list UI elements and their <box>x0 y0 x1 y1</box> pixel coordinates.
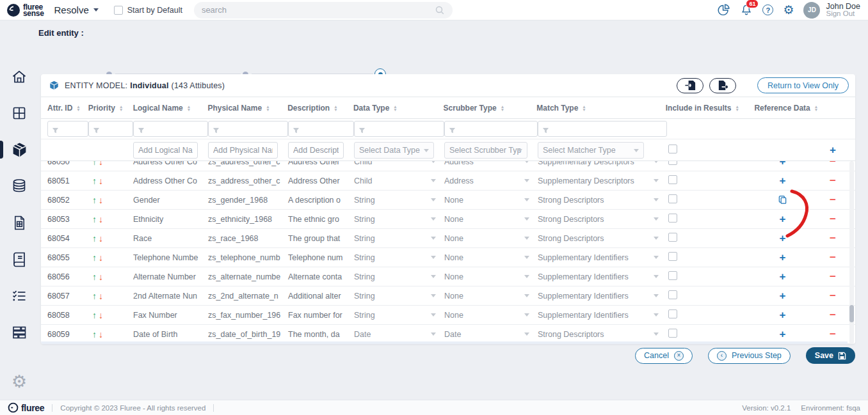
column-header-logical-name[interactable]: Logical Name <box>129 104 204 113</box>
sidebar-item-checklist[interactable] <box>0 278 38 313</box>
add-include-in-results-checkbox[interactable] <box>668 145 677 153</box>
physical-name-cell[interactable]: zs_race_1968 <box>204 234 284 243</box>
sidebar-item-book[interactable] <box>0 242 38 277</box>
physical-name-cell[interactable]: zs_ethnicity_1968 <box>204 215 284 224</box>
add-reference-data-button[interactable]: + <box>780 309 786 322</box>
physical-name-cell[interactable]: zs_date_of_birth_19 <box>204 330 284 339</box>
sort-icon[interactable] <box>501 105 504 111</box>
sidebar-item-grid[interactable] <box>0 95 38 130</box>
include-in-results-checkbox[interactable] <box>668 252 677 261</box>
sort-icon[interactable] <box>814 105 818 111</box>
help-icon[interactable] <box>762 4 773 15</box>
sort-icon[interactable] <box>76 105 80 111</box>
previous-step-button[interactable]: ‹ Previous Step <box>708 348 791 364</box>
match-type-dropdown[interactable]: Supplementary Descriptors <box>538 161 663 166</box>
data-type-dropdown[interactable]: String <box>354 215 440 224</box>
physical-name-cell[interactable]: zs_2nd_alternate_n <box>204 292 284 301</box>
add-reference-data-button[interactable]: + <box>780 270 786 283</box>
sort-icon[interactable] <box>393 105 397 111</box>
include-in-results-checkbox[interactable] <box>668 175 677 184</box>
fluree-sense-logo[interactable]: fluree sense <box>6 3 44 17</box>
add-physical-name-input[interactable] <box>208 142 278 159</box>
column-header-match-type[interactable]: Match Type <box>533 104 662 113</box>
column-header-priority[interactable]: Priority <box>84 104 129 113</box>
description-cell[interactable]: Telephone num <box>284 253 350 262</box>
priority-down-icon[interactable]: ↓ <box>99 272 103 282</box>
start-by-default-checkbox[interactable] <box>114 6 123 15</box>
remove-attribute-button[interactable]: − <box>830 213 836 226</box>
sidebar-item-rows[interactable] <box>0 315 38 350</box>
priority-down-icon[interactable]: ↓ <box>99 195 103 205</box>
sort-icon[interactable] <box>266 105 269 111</box>
data-type-dropdown[interactable]: String <box>354 253 440 262</box>
add-reference-data-button[interactable]: + <box>780 161 786 168</box>
logical-name-cell[interactable]: Date of Birth <box>129 330 204 339</box>
horizontal-scrollbar[interactable] <box>41 341 848 344</box>
include-in-results-checkbox[interactable] <box>668 161 677 165</box>
sort-icon[interactable] <box>187 105 191 111</box>
column-header-scrubber-type[interactable]: Scrubber Type <box>440 104 533 113</box>
data-type-dropdown[interactable]: Child <box>354 176 440 185</box>
include-in-results-checkbox[interactable] <box>668 271 677 280</box>
column-header-physical-name[interactable]: Physical Name <box>204 104 284 113</box>
add-description-input[interactable] <box>288 142 344 159</box>
select-matcher-type-dropdown[interactable]: Select Matcher Type <box>538 142 644 159</box>
physical-name-cell[interactable]: zs_gender_1968 <box>204 196 284 205</box>
match-type-dropdown[interactable]: Supplementary Identifiers <box>538 253 663 262</box>
vertical-scrollbar[interactable] <box>849 161 854 344</box>
add-reference-data-button[interactable]: + <box>780 175 786 187</box>
save-button[interactable]: Save <box>806 347 855 364</box>
scrubber-type-dropdown[interactable]: Date <box>444 330 534 339</box>
copy-reference-data-icon[interactable] <box>778 195 787 205</box>
sort-icon[interactable] <box>735 105 739 111</box>
scrubber-type-dropdown[interactable]: None <box>444 215 534 224</box>
logical-name-cell[interactable]: 2nd Alternate Nun <box>129 292 204 301</box>
remove-attribute-button[interactable]: − <box>830 194 836 207</box>
filter-priority-input[interactable] <box>88 121 133 137</box>
priority-up-icon[interactable]: ↑ <box>92 253 97 263</box>
description-cell[interactable]: Address Other <box>284 161 350 166</box>
priority-up-icon[interactable]: ↑ <box>92 161 97 167</box>
sign-out-link[interactable]: Sign Out <box>826 10 860 17</box>
return-to-view-only-button[interactable]: Return to View Only <box>757 77 849 93</box>
scrubber-type-dropdown[interactable]: Address <box>444 161 534 166</box>
description-cell[interactable]: A description o <box>284 196 350 205</box>
filter-match-type-input[interactable] <box>538 121 667 137</box>
filter-scrubber-type-input[interactable] <box>444 121 538 137</box>
cancel-button[interactable]: Cancel × <box>635 348 693 364</box>
priority-up-icon[interactable]: ↑ <box>92 310 97 320</box>
description-cell[interactable]: The month, da <box>284 330 350 339</box>
priority-down-icon[interactable]: ↓ <box>99 310 103 320</box>
logical-name-cell[interactable]: Address Other Co <box>129 176 204 185</box>
match-type-dropdown[interactable]: Supplementary Descriptors <box>538 176 663 185</box>
remove-attribute-button[interactable]: − <box>830 309 836 322</box>
priority-up-icon[interactable]: ↑ <box>92 176 97 186</box>
physical-name-cell[interactable]: zs_alternate_numbe <box>204 272 284 281</box>
resolve-menu[interactable]: Resolve <box>54 4 99 15</box>
match-type-dropdown[interactable]: Supplementary Identifiers <box>538 292 663 301</box>
include-in-results-checkbox[interactable] <box>668 329 677 338</box>
logical-name-cell[interactable]: Fax Number <box>129 311 204 320</box>
priority-down-icon[interactable]: ↓ <box>99 253 103 263</box>
description-cell[interactable]: Alternate conta <box>284 272 350 281</box>
priority-down-icon[interactable]: ↓ <box>99 161 103 167</box>
priority-up-icon[interactable]: ↑ <box>92 214 97 224</box>
sidebar-item-settings[interactable] <box>0 364 38 400</box>
sort-icon[interactable] <box>582 105 586 111</box>
remove-attribute-button[interactable]: − <box>830 251 836 264</box>
filter-description-input[interactable] <box>288 121 354 137</box>
description-cell[interactable]: The group that <box>284 234 350 243</box>
column-header-description[interactable]: Description <box>284 104 350 113</box>
scrubber-type-dropdown[interactable]: None <box>444 311 534 320</box>
data-type-dropdown[interactable]: String <box>354 311 440 320</box>
logical-name-cell[interactable]: Ethnicity <box>129 215 204 224</box>
add-reference-data-button[interactable]: + <box>780 232 786 245</box>
scrubber-type-dropdown[interactable]: None <box>444 292 534 301</box>
priority-down-icon[interactable]: ↓ <box>99 214 103 224</box>
data-type-dropdown[interactable]: Date <box>354 330 440 339</box>
physical-name-cell[interactable]: zs_address_other_c <box>204 161 284 166</box>
notifications-bell-icon[interactable]: 61 <box>740 3 753 17</box>
import-file-button[interactable] <box>677 78 703 93</box>
add-reference-data-button[interactable]: + <box>780 290 786 302</box>
include-in-results-checkbox[interactable] <box>668 309 677 318</box>
